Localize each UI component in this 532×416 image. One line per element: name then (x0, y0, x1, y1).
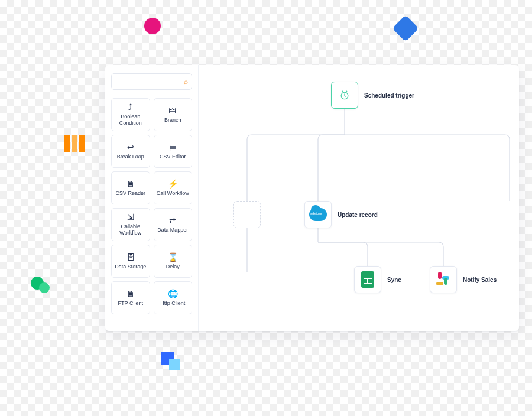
palette-tile-boolean-condition[interactable]: ⤴ Boolean Condition (111, 98, 150, 131)
tile-label: Delay (166, 264, 180, 270)
node-label: Notify Sales (463, 277, 497, 283)
file-transfer-icon: 🗎 (126, 290, 135, 298)
node-icon-box (331, 82, 358, 109)
tile-label: CSV Editor (160, 154, 186, 160)
palette-tile-data-mapper[interactable]: ⇄ Data Mapper (154, 208, 193, 241)
tile-label: Boolean Condition (114, 113, 147, 126)
google-sheets-icon (361, 271, 374, 288)
palette-tile-call-workflow[interactable]: ⚡ Call Workflow (154, 171, 193, 204)
decoration-pink-dot (144, 18, 161, 34)
tile-label: Call Workflow (157, 190, 189, 197)
decoration-green-dots (31, 273, 53, 295)
tile-label: Branch (164, 117, 181, 124)
loop-break-icon: ↩ (127, 143, 134, 151)
palette-tile-branch[interactable]: 🜲 Branch (154, 98, 193, 131)
palette-tile-csv-editor[interactable]: ▤ CSV Editor (154, 135, 193, 168)
palette-tile-ftp-client[interactable]: 🗎 FTP Client (111, 281, 150, 314)
palette-grid: ⤴ Boolean Condition 🜲 Branch ↩ Break Loo… (111, 98, 192, 317)
node-icon-box (354, 266, 381, 293)
swap-icon: ⇄ (169, 216, 176, 225)
tile-label: CSV Reader (115, 190, 145, 197)
palette-search: ⌕ (111, 73, 192, 90)
slack-icon (436, 272, 451, 287)
clock-icon (339, 89, 351, 101)
tile-label: Http Client (160, 300, 185, 307)
palette-tile-http-client[interactable]: 🌐 Http Client (154, 281, 193, 314)
node-scheduled-trigger[interactable]: Scheduled trigger (331, 82, 414, 109)
tile-label: Data Mapper (157, 227, 188, 233)
palette-tile-data-storage[interactable]: 🗄 Data Storage (111, 245, 150, 278)
node-label: Update record (338, 212, 378, 218)
globe-icon: 🌐 (168, 290, 178, 298)
node-icon-box (430, 266, 457, 293)
action-palette: ⌕ ⤴ Boolean Condition 🜲 Branch ↩ Break L… (105, 65, 199, 331)
palette-tile-callable-workflow[interactable]: ⇲ Callable Workflow (111, 208, 150, 241)
table-icon: ▤ (169, 143, 177, 151)
node-icon-box (304, 201, 332, 228)
database-icon: 🗄 (126, 253, 135, 261)
tile-label: Data Storage (115, 264, 146, 270)
node-placeholder[interactable] (233, 201, 261, 228)
search-input[interactable] (111, 73, 192, 90)
workflow-canvas[interactable]: Scheduled trigger Update record Sync (199, 65, 519, 331)
decoration-blue-diamond (392, 15, 419, 41)
fork-icon: ⤴ (128, 103, 132, 111)
node-label: Sync (387, 277, 401, 283)
decoration-orange-bars (64, 135, 85, 152)
branch-icon: 🜲 (168, 106, 177, 115)
node-update-record[interactable]: Update record (304, 201, 378, 228)
file-icon: 🗎 (126, 180, 135, 188)
tile-label: Break Loop (117, 154, 144, 160)
tile-label: FTP Client (118, 300, 143, 307)
node-label: Scheduled trigger (364, 92, 414, 99)
node-sync[interactable]: Sync (354, 266, 401, 293)
builder-panel: ⌕ ⤴ Boolean Condition 🜲 Branch ↩ Break L… (105, 65, 519, 331)
node-notify-sales[interactable]: Notify Sales (430, 266, 497, 293)
palette-tile-break-loop[interactable]: ↩ Break Loop (111, 135, 150, 168)
search-icon: ⌕ (184, 77, 188, 86)
tile-label: Callable Workflow (114, 223, 147, 236)
into-box-icon: ⇲ (127, 213, 134, 221)
palette-tile-delay[interactable]: ⌛ Delay (154, 245, 193, 278)
hourglass-icon: ⌛ (168, 253, 178, 261)
bolt-icon: ⚡ (168, 180, 178, 188)
palette-tile-csv-reader[interactable]: 🗎 CSV Reader (111, 171, 150, 204)
salesforce-icon (309, 208, 327, 221)
decoration-cyan-square (169, 359, 180, 370)
